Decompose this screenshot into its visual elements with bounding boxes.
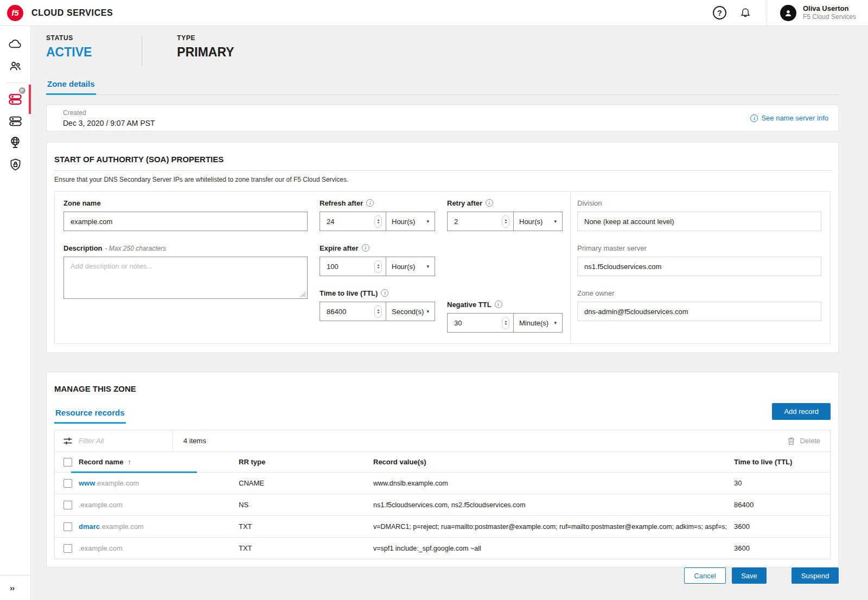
ttl-unit-select[interactable]: Second(s)▾ [386, 302, 435, 321]
created-card: Created Dec 3, 2020 / 9:07 AM PST i See … [46, 105, 839, 131]
description-textarea[interactable]: Add description or notes... [63, 257, 308, 299]
user-name: Oliva Userton [803, 4, 856, 13]
info-icon: i [486, 199, 493, 207]
column-record-values[interactable]: Record value(s) [373, 458, 734, 466]
app-title: CLOUD SERVICES [31, 8, 113, 18]
soa-title: START OF AUTHORITY (SOA) PROPERTIES [54, 151, 831, 171]
ttl-input[interactable]: 86400 ▲▼ [320, 302, 386, 321]
record-value-cell: www.dnslb.example.com [373, 480, 734, 487]
status-label: STATUS [46, 35, 92, 41]
created-value: Dec 3, 2020 / 9:07 AM PST [63, 119, 155, 127]
retry-after-unit-select[interactable]: Hour(s)▾ [514, 212, 563, 231]
add-record-button[interactable]: Add record [772, 403, 831, 420]
resource-records-table: Filter All 4 items Delete Record name↑ [54, 430, 831, 559]
ttl-label: Time to live (TTL)i [320, 289, 435, 297]
table-row: .example.com TXT v=spf1 include:_spf.goo… [55, 537, 830, 559]
retry-after-input[interactable]: 2 ▲▼ [447, 212, 514, 231]
column-ttl[interactable]: Time to live (TTL) [734, 458, 830, 466]
sorted-column-underline [71, 471, 197, 473]
sidebar-footer: ›› [0, 575, 30, 600]
rr-type-cell: NS [239, 501, 373, 509]
manage-zone-title: MANAGE THIS ZONE [54, 381, 831, 394]
nav-globe-icon[interactable] [0, 132, 31, 154]
refresh-after-unit-select[interactable]: Hour(s)▾ [386, 212, 435, 231]
ttl-cell: 3600 [734, 522, 830, 531]
active-nav-indicator [29, 85, 31, 114]
nav-cloud-icon[interactable] [0, 34, 31, 55]
delete-label: Delete [800, 437, 820, 445]
column-rr-type[interactable]: RR type [239, 458, 373, 466]
row-checkbox[interactable] [63, 501, 72, 509]
save-button[interactable]: Save [732, 567, 767, 584]
expire-after-unit-select[interactable]: Hour(s)▾ [386, 257, 435, 276]
suspend-button[interactable]: Suspend [792, 567, 839, 584]
record-value-cell: ns1.f5cloudservices.com, ns2.f5cloudserv… [373, 501, 734, 509]
left-nav: P ›› [0, 26, 31, 600]
row-checkbox[interactable] [63, 522, 72, 531]
expand-sidebar-icon[interactable]: ›› [10, 583, 14, 592]
rr-type-cell: TXT [239, 522, 373, 531]
record-value-cell: v=DMARC1; p=reject; rua=mailto:postmaste… [373, 523, 734, 531]
number-stepper[interactable]: ▲▼ [374, 260, 382, 273]
number-stepper[interactable]: ▲▼ [502, 317, 509, 329]
name-server-info-link[interactable]: i See name server info [750, 114, 828, 122]
zone-tabs: Zone details [46, 79, 839, 95]
zone-name-input[interactable]: example.com [63, 212, 308, 231]
notifications-bell-icon[interactable] [739, 7, 751, 19]
nav-users-icon[interactable] [0, 55, 31, 77]
rr-type-cell: TXT [239, 544, 373, 552]
column-record-name[interactable]: Record name↑ [79, 458, 239, 466]
main-content: STATUS ACTIVE TYPE PRIMARY Zone details … [31, 26, 868, 600]
tab-zone-details[interactable]: Zone details [46, 79, 96, 95]
number-stepper[interactable]: ▲▼ [502, 215, 509, 228]
nav-security-shield-icon[interactable] [0, 154, 31, 175]
chevron-down-icon: ▾ [426, 219, 429, 224]
description-placeholder: Add description or notes... [71, 262, 152, 270]
action-footer: Cancel Save Suspend [46, 567, 839, 600]
help-icon[interactable]: ? [713, 6, 726, 20]
chevron-down-icon: ▾ [554, 320, 557, 325]
info-icon: i [362, 244, 369, 252]
record-name-link[interactable]: dmarc [79, 522, 100, 531]
delete-button[interactable]: Delete [787, 437, 830, 445]
avatar [780, 5, 796, 21]
row-checkbox[interactable] [63, 479, 72, 488]
p-badge: P [18, 86, 27, 95]
zone-owner-label: Zone owner [577, 289, 821, 297]
record-name-suffix: .example.com [95, 479, 139, 487]
record-name-link[interactable]: www [79, 479, 95, 487]
negative-ttl-input[interactable]: 30 ▲▼ [447, 313, 514, 333]
record-name-suffix: .example.com [79, 544, 123, 552]
filter-sliders-icon [63, 436, 73, 446]
ttl-cell: 3600 [734, 544, 830, 552]
user-menu[interactable]: Oliva Userton F5 Cloud Services [767, 4, 868, 21]
expire-after-input[interactable]: 100 ▲▼ [320, 257, 386, 276]
number-stepper[interactable]: ▲▼ [374, 215, 382, 228]
filter-input[interactable]: Filter All [55, 430, 173, 451]
ttl-cell: 86400 [734, 501, 830, 509]
row-checkbox[interactable] [63, 544, 72, 553]
number-stepper[interactable]: ▲▼ [374, 305, 382, 318]
primary-master-label: Primary master server [577, 244, 821, 252]
record-value-cell: v=spf1 include:_spf.google.com ~all [373, 545, 734, 552]
negative-ttl-unit-select[interactable]: Minute(s)▾ [514, 313, 563, 333]
expire-after-label: Expire afteri [320, 244, 435, 252]
soa-form: Zone name example.com Description - Max … [54, 191, 831, 344]
division-label: Division [577, 199, 821, 207]
rr-type-cell: CNAME [239, 479, 373, 487]
form-divider [570, 192, 571, 343]
f5-logo-icon[interactable]: f5 [7, 5, 23, 21]
nav-dns-icon-active[interactable]: P [0, 88, 31, 110]
refresh-after-label: Refresh afteri [320, 199, 435, 207]
status-value: ACTIVE [46, 46, 92, 59]
refresh-after-input[interactable]: 24 ▲▼ [320, 212, 386, 231]
resize-handle-icon[interactable] [301, 292, 306, 297]
zone-name-label: Zone name [63, 199, 308, 207]
record-name-suffix: .example.com [100, 522, 144, 531]
tab-resource-records[interactable]: Resource records [54, 408, 126, 424]
created-label: Created [63, 109, 155, 117]
user-org: F5 Cloud Services [803, 13, 856, 21]
cancel-button[interactable]: Cancel [684, 567, 726, 584]
nav-server-icon[interactable] [0, 110, 31, 132]
select-all-checkbox[interactable] [63, 458, 72, 467]
